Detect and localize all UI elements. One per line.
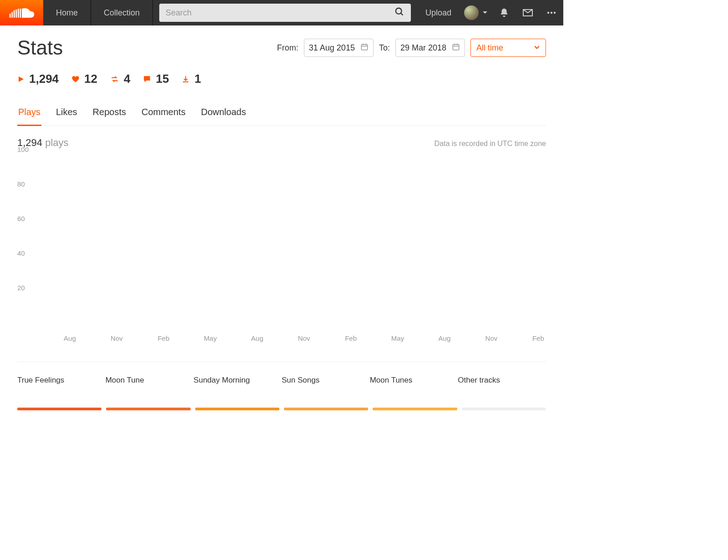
track-name[interactable]: True Feelings — [17, 376, 106, 385]
svg-rect-11 — [361, 44, 368, 50]
y-tick: 20 — [17, 284, 25, 292]
y-tick: 60 — [17, 215, 25, 222]
heart-icon — [71, 75, 80, 83]
stat-plays[interactable]: 1,294 — [17, 72, 59, 86]
from-label: From: — [277, 43, 298, 53]
stat-reposts[interactable]: 4 — [110, 72, 130, 86]
period-select[interactable]: All time — [470, 39, 546, 57]
svg-point-8 — [547, 12, 549, 14]
chart-plot: AugNovFebMayAugNovFebMayAugNovFeb — [46, 157, 546, 339]
top-nav: Home Collection Upload — [0, 0, 563, 25]
search-icon[interactable] — [394, 7, 404, 19]
svg-rect-0 — [9, 14, 10, 18]
tab-reposts[interactable]: Reposts — [92, 102, 127, 126]
chart-yaxis: 20406080100 — [17, 157, 46, 339]
chart-count-label: plays — [45, 137, 68, 148]
stat-likes[interactable]: 12 — [71, 72, 97, 86]
track-bar — [195, 408, 279, 410]
date-to[interactable]: 29 Mar 2018 — [395, 39, 465, 57]
track-name[interactable]: Other tracks — [458, 376, 546, 385]
svg-rect-2 — [13, 10, 15, 18]
x-tick: Feb — [157, 334, 169, 342]
repost-icon — [110, 75, 119, 84]
nav-upload[interactable]: Upload — [417, 8, 460, 18]
tab-comments[interactable]: Comments — [141, 102, 187, 126]
nav-home[interactable]: Home — [43, 0, 91, 25]
x-tick: Aug — [439, 334, 451, 342]
track-name[interactable]: Moon Tune — [106, 376, 194, 385]
user-menu[interactable] — [460, 5, 492, 20]
nav-right: Upload — [417, 0, 563, 25]
stat-comments[interactable]: 15 — [143, 72, 169, 86]
stat-downloads-value: 1 — [194, 72, 201, 86]
tab-downloads[interactable]: Downloads — [200, 102, 247, 126]
soundcloud-icon — [9, 5, 35, 20]
chart-tz-note: Data is recorded in UTC time zone — [435, 140, 546, 148]
tab-likes[interactable]: Likes — [55, 102, 78, 126]
tracks-legend: True FeelingsMoon TuneSunday MorningSun … — [17, 362, 546, 410]
date-from-value: 31 Aug 2015 — [309, 43, 355, 53]
svg-point-9 — [551, 12, 552, 14]
track-bar — [284, 408, 368, 410]
date-to-value: 29 Mar 2018 — [400, 43, 446, 53]
x-tick: Feb — [532, 334, 544, 342]
chevron-down-icon — [482, 10, 488, 15]
chevron-down-icon — [534, 43, 540, 53]
track-bar — [373, 408, 457, 410]
stat-downloads[interactable]: 1 — [182, 72, 201, 86]
play-icon — [17, 76, 25, 83]
comment-icon — [143, 75, 151, 83]
tab-plays[interactable]: Plays — [17, 102, 41, 126]
stat-comments-value: 15 — [156, 72, 169, 86]
download-icon — [182, 75, 190, 83]
page-body: Stats From: 31 Aug 2015 To: 29 Mar 2018 … — [0, 25, 563, 421]
x-tick: May — [391, 334, 404, 342]
track-bar — [462, 408, 546, 410]
track-bar — [17, 408, 101, 410]
stats-tabs: Plays Likes Reposts Comments Downloads — [17, 102, 546, 126]
x-tick: Aug — [251, 334, 263, 342]
svg-point-6 — [396, 8, 402, 14]
chart-xaxis: AugNovFebMayAugNovFebMayAugNovFeb — [46, 334, 546, 343]
svg-line-7 — [401, 13, 403, 15]
x-tick: May — [204, 334, 217, 342]
notifications-icon[interactable] — [492, 8, 516, 18]
more-icon[interactable] — [540, 7, 563, 18]
chart: 20406080100 AugNovFebMayAugNovFebMayAugN… — [17, 157, 546, 339]
search-wrap — [153, 0, 417, 25]
calendar-icon — [452, 43, 460, 53]
track-bar — [106, 408, 190, 410]
period-value: All time — [476, 43, 503, 53]
page-title: Stats — [17, 36, 63, 59]
svg-rect-3 — [15, 10, 17, 18]
svg-rect-15 — [453, 44, 459, 50]
svg-rect-5 — [20, 9, 21, 18]
y-tick: 100 — [17, 146, 29, 153]
x-tick: Nov — [485, 334, 498, 342]
stat-strip: 1,294 12 4 15 1 — [17, 72, 546, 86]
svg-point-10 — [554, 12, 556, 14]
soundcloud-logo[interactable] — [0, 0, 43, 25]
avatar — [464, 5, 479, 20]
page-header-row: Stats From: 31 Aug 2015 To: 29 Mar 2018 … — [17, 36, 546, 59]
x-tick: Feb — [345, 334, 357, 342]
to-label: To: — [379, 43, 390, 53]
track-name[interactable]: Sun Songs — [282, 376, 370, 385]
track-name[interactable]: Sunday Morning — [193, 376, 282, 385]
search-input[interactable] — [166, 8, 394, 18]
date-from[interactable]: 31 Aug 2015 — [304, 39, 374, 57]
stat-plays-value: 1,294 — [29, 72, 59, 86]
stat-reposts-value: 4 — [124, 72, 130, 86]
messages-icon[interactable] — [516, 7, 540, 18]
nav-collection[interactable]: Collection — [91, 0, 153, 25]
x-tick: Nov — [298, 334, 310, 342]
svg-rect-1 — [11, 12, 13, 18]
track-name[interactable]: Moon Tunes — [370, 376, 458, 385]
y-tick: 40 — [17, 249, 25, 257]
y-tick: 80 — [17, 180, 25, 188]
x-tick: Nov — [111, 334, 123, 342]
chart-header: 1,294 plays Data is recorded in UTC time… — [17, 137, 546, 149]
svg-rect-4 — [17, 9, 19, 18]
chart-bars — [46, 157, 546, 330]
search-box[interactable] — [159, 4, 411, 22]
